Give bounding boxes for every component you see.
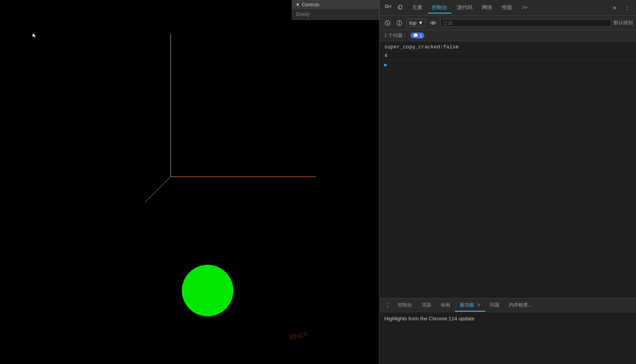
inspect-icon[interactable] <box>383 2 394 13</box>
console-line-3[interactable]: ▶ <box>380 60 636 69</box>
clear-console-icon[interactable] <box>383 18 392 28</box>
top-label: top <box>409 20 416 26</box>
filter-input[interactable] <box>440 19 611 27</box>
eye-icon[interactable] <box>428 18 438 28</box>
svg-rect-3 <box>385 5 388 8</box>
devtools-toolbar2: top ▼ 默认级别 <box>380 16 636 30</box>
console-line-2: 4 <box>380 52 636 60</box>
dropdown-arrow: ▼ <box>418 20 423 26</box>
controls-empty-label: Empty <box>296 12 310 17</box>
bottom-tabs: ⋮ 控制台 渲染 动画 新功能 ✕ 问题 内存检查... <box>380 298 636 312</box>
tab-console[interactable]: 控制台 <box>428 2 451 13</box>
close-devtools-icon[interactable]: ✕ <box>609 2 620 13</box>
tab-network[interactable]: 网络 <box>478 2 496 13</box>
tab-elements[interactable]: 元素 <box>408 2 426 13</box>
bottom-tab-memory[interactable]: 内存检查... <box>504 299 537 312</box>
svg-line-2 <box>145 177 171 202</box>
issues-badge[interactable]: 💬 1 <box>411 33 424 39</box>
svg-point-11 <box>432 22 434 24</box>
device-icon[interactable] <box>395 2 407 13</box>
canvas-area: ▼ Controls Empty Wats <box>0 0 379 364</box>
console-text-2: 4 <box>384 53 387 59</box>
bottom-tab-issues[interactable]: 问题 <box>485 299 504 312</box>
devtools-toolbar: 元素 控制台 源代码 网络 性能 >> ✕ ⋮ <box>380 0 636 16</box>
bottom-tab-render[interactable]: 渲染 <box>417 299 436 312</box>
issues-count: 1 <box>420 33 422 38</box>
bottom-tab-animation[interactable]: 动画 <box>436 299 455 312</box>
tab-more[interactable]: >> <box>518 3 532 13</box>
controls-header: ▼ Controls <box>292 0 379 9</box>
console-text-1: super_copy_cracked:false <box>384 44 459 50</box>
green-circle <box>182 265 233 316</box>
controls-body: Empty <box>292 9 379 19</box>
tab-close-icon[interactable]: ✕ <box>477 302 480 307</box>
console-line-1: super_copy_cracked:false <box>380 43 636 52</box>
issues-bar: 1 个问题： 💬 1 <box>380 30 636 41</box>
devtools-panel: 元素 控制台 源代码 网络 性能 >> ✕ ⋮ top ▼ <box>379 0 636 364</box>
svg-rect-5 <box>398 6 399 9</box>
console-expand-arrow[interactable]: ▶ <box>384 62 387 68</box>
console-content: super_copy_cracked:false 4 ▶ <box>380 41 636 298</box>
highlight-text: Highlights from the Chrome 114 update <box>384 316 631 322</box>
tab-sources[interactable]: 源代码 <box>453 2 476 13</box>
svg-line-8 <box>386 22 389 24</box>
tab-perf[interactable]: 性能 <box>498 2 516 13</box>
bottom-tab-new-features[interactable]: 新功能 ✕ <box>455 299 485 312</box>
default-level-label: 默认级别 <box>614 19 633 26</box>
controls-title: Controls <box>302 2 320 8</box>
expand-icon[interactable]: ⋮ <box>622 2 633 13</box>
issues-icon: 💬 <box>413 33 418 38</box>
controls-chevron: ▼ <box>295 2 300 8</box>
issues-count-label: 1 个问题： <box>384 32 407 39</box>
toggle-icon[interactable] <box>395 18 404 28</box>
controls-panel: ▼ Controls Empty <box>292 0 379 20</box>
bottom-content: Highlights from the Chrome 114 update <box>380 312 636 364</box>
bottom-tab-console[interactable]: 控制台 <box>393 299 417 312</box>
bottom-tab-menu-icon[interactable]: ⋮ <box>382 302 393 309</box>
context-dropdown[interactable]: top ▼ <box>407 19 426 27</box>
